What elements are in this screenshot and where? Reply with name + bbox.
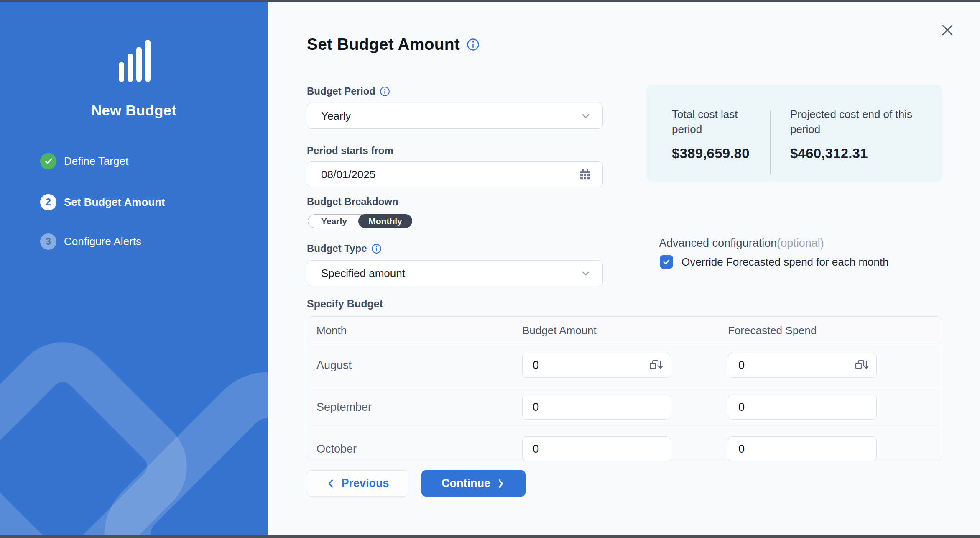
budget-amount-input[interactable] (522, 436, 671, 461)
summary-divider (770, 111, 771, 174)
forecasted-spend-field[interactable] (738, 401, 869, 414)
specify-budget-table: Month Budget Amount Forecasted Spend Aug… (307, 316, 942, 461)
chevron-down-icon (580, 267, 592, 279)
sidebar-step-configure-alerts[interactable]: 3 Configure Alerts (40, 233, 141, 250)
checkbox-checked-icon[interactable] (660, 255, 673, 269)
month-cell: August (316, 359, 352, 371)
forecasted-spend-input[interactable] (728, 353, 877, 378)
forecasted-spend-field[interactable] (738, 443, 869, 456)
budget-amount-field[interactable] (533, 359, 649, 372)
override-forecast-checkbox-row[interactable]: Override Forecasted spend for each month (660, 255, 889, 269)
chevron-left-icon (326, 478, 335, 489)
budget-breakdown-label: Budget Breakdown (307, 196, 398, 208)
chevron-down-icon (580, 110, 592, 122)
continue-button[interactable]: Continue (421, 470, 526, 497)
copy-down-icon[interactable] (649, 359, 663, 371)
month-cell: October (316, 443, 357, 456)
projected-cost-block: Projected cost end of this period $460,3… (790, 107, 928, 161)
total-cost-block: Total cost last period $389,659.80 (672, 107, 766, 161)
budget-amount-input[interactable] (522, 353, 671, 378)
label-text: Budget Breakdown (307, 196, 398, 208)
label-text: Budget Type (307, 243, 367, 254)
wizard-sidebar: New Budget Define Target 2 Set Budget Am… (0, 0, 268, 538)
projected-cost-label: Projected cost end of this period (790, 107, 928, 137)
forecasted-spend-input[interactable] (728, 395, 877, 420)
main-panel: Set Budget Amount Budget Period Yearly P… (268, 0, 980, 538)
window-top-edge (0, 0, 980, 2)
period-starts-from-input[interactable] (307, 161, 603, 187)
forecasted-spend-field[interactable] (738, 359, 855, 372)
column-header-forecasted-spend: Forecasted Spend (728, 324, 817, 337)
wizard-title: New Budget (0, 102, 268, 119)
total-cost-value: $389,659.80 (672, 146, 766, 161)
step-number-badge: 2 (40, 194, 56, 210)
bar-chart-logo-icon (119, 40, 152, 82)
budget-type-value: Specified amount (321, 267, 580, 280)
label-text: Budget Period (307, 85, 375, 97)
period-starts-from-label: Period starts from (307, 145, 393, 156)
sidebar-step-define-target[interactable]: Define Target (40, 153, 128, 169)
window-bottom-edge (0, 535, 980, 538)
date-field[interactable] (321, 168, 579, 181)
projected-cost-value: $460,312.31 (790, 146, 928, 161)
specify-budget-label: Specify Budget (307, 298, 383, 310)
table-row-august: August (307, 344, 942, 386)
budget-amount-field[interactable] (533, 443, 663, 456)
forecasted-spend-input[interactable] (728, 436, 877, 461)
step-label: Set Budget Amount (64, 196, 165, 209)
step-label: Define Target (64, 155, 128, 168)
budget-type-select[interactable]: Specified amount (307, 260, 603, 286)
total-cost-label: Total cost last period (672, 107, 766, 137)
toggle-option-monthly[interactable]: Monthly (358, 214, 412, 228)
month-cell: September (316, 400, 372, 413)
label-text: Period starts from (307, 145, 393, 156)
table-row-september: September (307, 386, 942, 428)
step-label: Configure Alerts (64, 235, 141, 248)
close-icon[interactable] (939, 22, 956, 38)
budget-amount-field[interactable] (533, 401, 663, 414)
cost-summary-panel: Total cost last period $389,659.80 Proje… (647, 85, 942, 182)
page-title: Set Budget Amount (307, 35, 460, 54)
info-icon[interactable] (380, 86, 390, 97)
advanced-title-text: Advanced configuration (659, 237, 777, 249)
budget-period-value: Yearly (321, 110, 580, 123)
info-icon[interactable] (467, 38, 480, 51)
budget-type-label: Budget Type (307, 243, 382, 254)
step-number-badge: 3 (40, 233, 56, 250)
table-row-october: October (307, 428, 942, 461)
chevron-right-icon (496, 478, 505, 489)
table-header-row: Month Budget Amount Forecasted Spend (307, 317, 942, 344)
sidebar-step-set-budget-amount[interactable]: 2 Set Budget Amount (40, 194, 165, 210)
budget-breakdown-toggle[interactable]: Yearly Monthly (308, 214, 412, 228)
toggle-option-yearly[interactable]: Yearly (308, 215, 360, 228)
checkbox-label: Override Forecasted spend for each month (681, 256, 889, 269)
copy-down-icon[interactable] (855, 359, 869, 371)
budget-period-label: Budget Period (307, 85, 390, 97)
previous-button[interactable]: Previous (307, 470, 408, 497)
step-complete-check-icon (40, 153, 56, 169)
column-header-budget-amount: Budget Amount (522, 324, 597, 337)
previous-button-label: Previous (341, 477, 389, 490)
new-budget-modal: New Budget Define Target 2 Set Budget Am… (0, 0, 980, 538)
calendar-icon[interactable] (579, 168, 592, 181)
budget-amount-input[interactable] (522, 395, 671, 420)
continue-button-label: Continue (442, 477, 490, 490)
advanced-configuration-title: Advanced configuration(optional) (659, 237, 824, 250)
column-header-month: Month (316, 324, 347, 337)
optional-text: (optional) (777, 237, 824, 249)
budget-period-select[interactable]: Yearly (307, 103, 603, 129)
info-icon[interactable] (371, 243, 382, 254)
page-header: Set Budget Amount (307, 35, 480, 54)
